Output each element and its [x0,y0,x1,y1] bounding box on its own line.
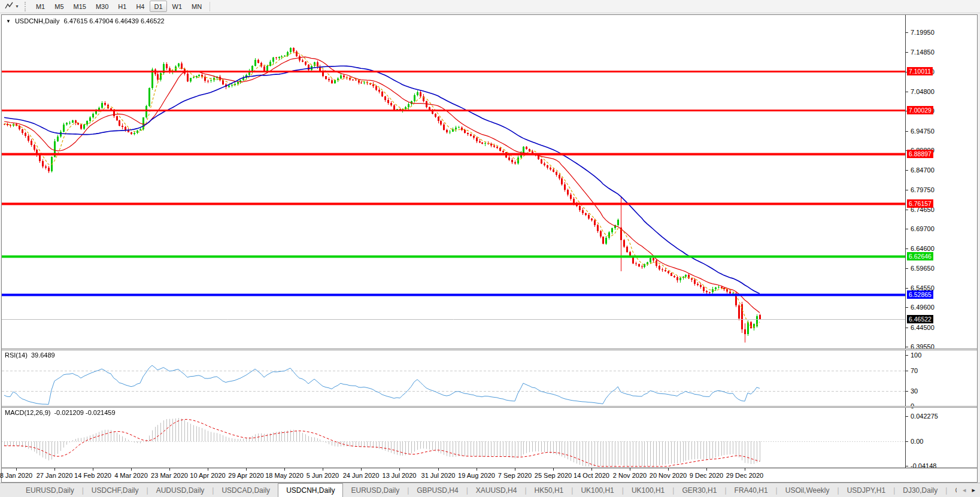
tab-usdcad-daily[interactable]: USDCAD,Daily [214,483,278,497]
toolbar-grip[interactable] [25,2,28,11]
date-tick [399,468,400,471]
timeframe-button-d1[interactable]: D1 [150,1,166,12]
pane-splitter-macd[interactable] [2,406,977,408]
axis-tick [906,268,908,269]
axis-tick [906,288,908,289]
chart-ohlc-quotes: 6.47615 6.47904 6.46439 6.46522 [63,17,164,25]
date-label: 2 Nov 2020 [613,472,647,479]
axis-tick-label: 6.79750 [911,186,935,193]
tab-xauusd-h4[interactable]: XAUUSD,H4 [468,483,525,497]
axis-tick [906,371,908,371]
timeframe-button-m15[interactable]: M15 [69,1,90,12]
axis-tick-label: 7.19950 [911,29,935,36]
tab-usdchf-daily[interactable]: USDCHF,Daily [84,483,147,497]
tab-uk100-h1[interactable]: UK100,H1 [624,483,672,497]
date-tick [668,468,669,471]
date-tick [54,468,55,471]
axis-tick-label: 7.04800 [911,88,935,95]
timeframe-button-h4[interactable]: H4 [132,1,148,12]
timeframe-button-h1[interactable]: H1 [114,1,131,12]
date-label: 27 Jan 2020 [37,472,73,479]
tab-eurusd-daily[interactable]: EURUSD,Daily [18,483,82,497]
axis-tick [906,355,908,356]
axis-tick-label: 6.49600 [911,304,935,311]
axis-tick [906,170,908,171]
chart-window: ▼ USDCNH,Daily 6.47615 6.47904 6.46439 6… [1,14,978,483]
date-tick [208,468,208,471]
axis-tick [906,229,908,229]
tab-dj30-daily[interactable]: DJ30,Daily [895,483,945,497]
collapse-icon[interactable]: ▼ [6,19,11,24]
date-tick [515,468,515,471]
axis-tick-label: 7.14850 [911,49,935,56]
axis-tick [906,307,908,308]
axis-tick [906,416,908,417]
chart-tabs-bar: EURUSD,Daily|USDCHF,Daily|AUDUSD,Daily|U… [0,483,980,497]
date-label: 13 Jul 2020 [383,472,417,479]
tab-usoil-weekly[interactable]: USOil,Weekly [778,483,838,497]
date-label: 14 Feb 2020 [74,472,111,479]
tab-eurusd-daily[interactable]: EURUSD,Daily [343,483,407,497]
tab-ger30-h1[interactable]: GER30,H1 [674,483,724,497]
tab-fra40-h1[interactable]: FRA40,H1 [727,483,776,497]
tab-gbpusd-h4[interactable]: GBPUSD,H4 [409,483,466,497]
axis-tick-label: 6.84700 [911,166,935,174]
date-tick [93,468,93,471]
time-axis[interactable]: 8 Jan 202027 Jan 202014 Feb 20204 Mar 20… [2,468,977,482]
pane-splitter-rsi[interactable] [2,348,977,350]
date-label: 24 Jun 2020 [343,472,380,479]
timeframe-button-group: M1M5M15M30H1H4D1W1MN [31,1,207,12]
date-label: 7 Sep 2020 [498,472,532,479]
dropdown-arrow-icon: ▼ [15,4,19,8]
rsi-axis-label: 100 [911,351,921,359]
rsi-pane-canvas[interactable] [2,350,905,406]
date-tick [553,468,554,471]
rsi-axis-label: 70 [911,367,918,374]
chart-tool-button[interactable]: ▼ [1,0,22,13]
chart-title: ▼ USDCNH,Daily 6.47615 6.47904 6.46439 6… [6,17,165,25]
tab-hk50-h1[interactable]: HK50,H1 [527,483,572,497]
date-tick [131,468,132,471]
polyline-tool-icon [5,1,14,12]
axis-tick [906,52,908,53]
current-price-label: 6.46522 [907,315,933,323]
main-chart-canvas[interactable] [2,15,905,348]
timeframe-button-m30[interactable]: M30 [92,1,113,12]
date-label: 10 Apr 2020 [190,472,225,479]
date-label: 29 Dec 2020 [726,472,763,479]
price-axis[interactable]: 7.199507.148507.099007.048006.998506.947… [905,15,977,468]
tab-uk100-h1[interactable]: UK100,H1 [573,483,621,497]
date-label: 19 Aug 2020 [458,472,495,479]
date-tick [284,468,285,471]
date-tick [591,468,592,471]
timeframe-button-m1[interactable]: M1 [32,1,49,12]
tab-audusd-daily[interactable]: AUDUSD,Daily [148,483,213,497]
axis-tick [906,32,908,33]
date-tick [630,468,630,471]
tab-scroll-left-icon[interactable]: ◂ [963,486,966,494]
timeframe-button-m5[interactable]: M5 [50,1,68,12]
macd-axis-label: 0.042275 [911,413,938,420]
chart-symbol-label: USDCNH,Daily [15,17,60,25]
date-tick [706,468,707,471]
axis-tick [906,210,908,210]
date-tick [438,468,439,471]
date-label: 20 Nov 2020 [650,472,687,479]
level-price-label: 6.62646 [907,252,933,260]
timeframe-button-w1[interactable]: W1 [168,1,187,12]
axis-tick [906,441,908,442]
axis-tick [906,391,908,392]
date-tick [477,468,477,471]
rsi-axis-label: 30 [911,387,918,395]
tab-usdcnh-daily[interactable]: USDCNH,Daily [278,483,343,497]
top-toolbar: ▼ M1M5M15M30H1H4D1W1MN [0,0,980,13]
macd-pane-canvas[interactable] [2,408,905,468]
date-label: 31 Jul 2020 [421,472,456,479]
axis-tick-label: 6.44500 [911,324,935,331]
tab-usdjpy-h1[interactable]: USDJPY,H1 [839,483,893,497]
axis-tick-label: 6.64600 [911,245,935,252]
tab-scroll-right-icon[interactable]: ▸ [972,486,975,494]
level-price-label: 7.10011 [907,67,933,75]
timeframe-button-mn[interactable]: MN [187,1,206,12]
date-label: 18 May 2020 [265,472,304,479]
